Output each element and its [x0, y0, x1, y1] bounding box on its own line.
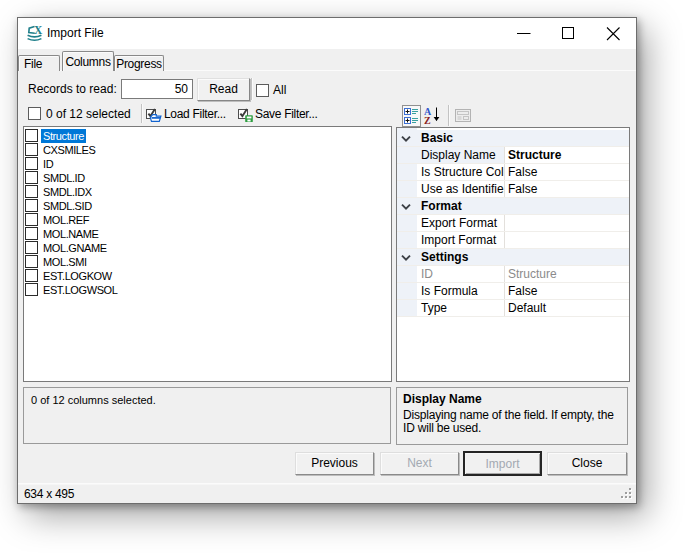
svg-text:Z: Z [424, 115, 431, 125]
svg-text:X: X [34, 24, 43, 36]
